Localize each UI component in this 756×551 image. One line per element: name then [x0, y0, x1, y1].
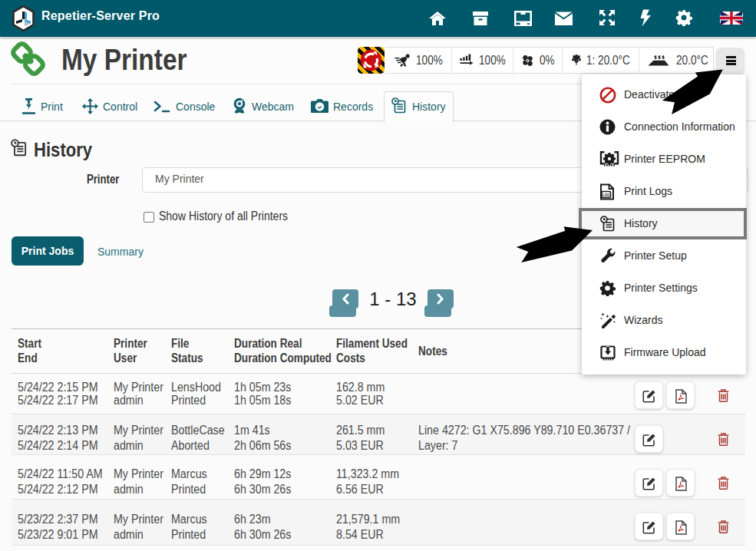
- svg-text:LOG: LOG: [602, 193, 609, 197]
